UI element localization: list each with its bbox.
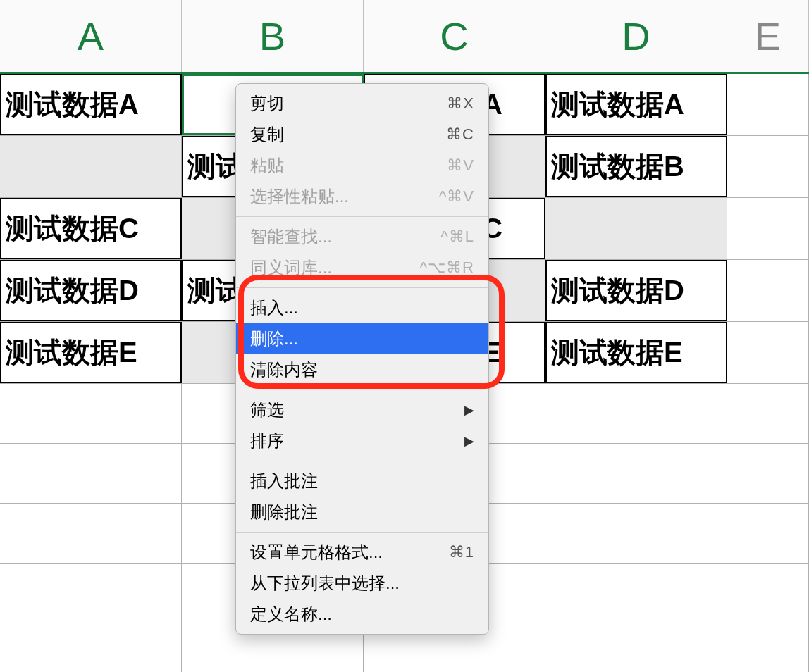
menu-shortcut: ⌘X: [447, 94, 474, 113]
chevron-right-icon: ▶: [464, 402, 474, 418]
menu-item-label: 筛选: [250, 399, 284, 421]
cell-d3[interactable]: [545, 198, 727, 259]
menu-separator: [236, 216, 488, 217]
menu-item-同义词库: 同义词库...^⌥⌘R: [236, 252, 488, 283]
cell-a5[interactable]: 测试数据E: [0, 322, 182, 383]
cell-empty[interactable]: [727, 444, 809, 503]
column-header-b[interactable]: B: [182, 0, 364, 72]
menu-item-选择性粘贴: 选择性粘贴...^⌘V: [236, 181, 488, 212]
cell-e1[interactable]: [727, 74, 809, 135]
column-header-a[interactable]: A: [0, 0, 182, 72]
menu-separator: [236, 532, 488, 533]
cell-empty[interactable]: [0, 384, 182, 443]
cell-empty[interactable]: [0, 623, 182, 672]
menu-item-复制[interactable]: 复制⌘C: [236, 119, 488, 150]
menu-item-label: 删除...: [250, 328, 298, 350]
menu-item-删除[interactable]: 删除...: [236, 323, 488, 354]
cell-empty[interactable]: [727, 623, 809, 672]
menu-item-label: 复制: [250, 123, 284, 146]
chevron-right-icon: ▶: [464, 433, 474, 449]
menu-item-从下拉列表中选择[interactable]: 从下拉列表中选择...: [236, 568, 488, 599]
cell-e3[interactable]: [727, 198, 809, 259]
menu-item-排序[interactable]: 排序▶: [236, 425, 488, 456]
context-menu: 剪切⌘X复制⌘C粘贴⌘V选择性粘贴...^⌘V智能查找...^⌘L同义词库...…: [235, 83, 489, 635]
menu-item-label: 定义名称...: [250, 603, 332, 626]
column-header-d[interactable]: D: [545, 0, 727, 72]
cell-empty[interactable]: [727, 564, 809, 623]
menu-item-筛选[interactable]: 筛选▶: [236, 394, 488, 425]
menu-shortcut: ^⌘V: [439, 187, 474, 206]
menu-item-插入批注[interactable]: 插入批注: [236, 466, 488, 497]
cell-empty[interactable]: [0, 504, 182, 563]
cell-a2[interactable]: [0, 136, 182, 197]
cell-empty[interactable]: [0, 444, 182, 503]
cell-d2[interactable]: 测试数据B: [545, 136, 727, 197]
cell-d4[interactable]: 测试数据D: [545, 260, 727, 321]
cell-empty[interactable]: [545, 564, 727, 623]
menu-shortcut: ⌘C: [446, 125, 474, 144]
menu-item-label: 剪切: [250, 92, 284, 115]
menu-item-定义名称[interactable]: 定义名称...: [236, 599, 488, 630]
menu-item-粘贴: 粘贴⌘V: [236, 150, 488, 181]
menu-shortcut: ^⌘L: [440, 228, 474, 246]
cell-a1[interactable]: 测试数据A: [0, 74, 182, 135]
cell-empty[interactable]: [545, 504, 727, 563]
menu-item-label: 排序: [250, 430, 284, 452]
menu-item-智能查找: 智能查找...^⌘L: [236, 221, 488, 252]
menu-item-label: 设置单元格格式...: [250, 541, 383, 564]
menu-shortcut: ⌘1: [449, 543, 474, 561]
column-header-e[interactable]: E: [727, 0, 809, 72]
menu-item-剪切[interactable]: 剪切⌘X: [236, 88, 488, 119]
menu-item-label: 清除内容: [250, 359, 318, 381]
menu-item-插入[interactable]: 插入...: [236, 292, 488, 323]
cell-d1[interactable]: 测试数据A: [545, 74, 727, 135]
menu-separator: [236, 287, 488, 288]
cell-e2[interactable]: [727, 136, 809, 197]
cell-a4[interactable]: 测试数据D: [0, 260, 182, 321]
cell-a3[interactable]: 测试数据C: [0, 198, 182, 259]
menu-item-label: 插入...: [250, 297, 298, 319]
cell-empty[interactable]: [545, 444, 727, 503]
cell-empty[interactable]: [727, 504, 809, 563]
menu-separator: [236, 390, 488, 390]
cell-e4[interactable]: [727, 260, 809, 321]
menu-item-设置单元格格式[interactable]: 设置单元格格式...⌘1: [236, 537, 488, 568]
menu-item-清除内容[interactable]: 清除内容: [236, 354, 488, 385]
cell-empty[interactable]: [545, 623, 727, 672]
cell-empty[interactable]: [727, 384, 809, 443]
menu-item-label: 插入批注: [250, 470, 318, 492]
column-headers: ABCDE: [0, 0, 809, 74]
menu-item-label: 粘贴: [250, 154, 284, 177]
menu-item-label: 同义词库...: [250, 256, 332, 279]
cell-d5[interactable]: 测试数据E: [545, 322, 727, 383]
menu-shortcut: ⌘V: [447, 156, 474, 175]
cell-e5[interactable]: [727, 322, 809, 383]
menu-item-label: 删除批注: [250, 501, 318, 523]
menu-item-label: 从下拉列表中选择...: [250, 572, 400, 595]
menu-item-删除批注[interactable]: 删除批注: [236, 497, 488, 528]
menu-shortcut: ^⌥⌘R: [420, 259, 474, 277]
menu-item-label: 智能查找...: [250, 225, 332, 248]
cell-empty[interactable]: [0, 564, 182, 623]
column-header-c[interactable]: C: [364, 0, 545, 72]
menu-item-label: 选择性粘贴...: [250, 185, 349, 208]
menu-separator: [236, 461, 488, 461]
cell-empty[interactable]: [545, 384, 727, 443]
